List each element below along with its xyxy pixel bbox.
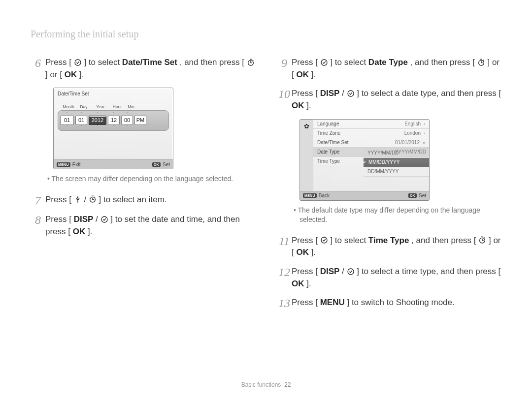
txt: ] or [ [45,70,62,79]
txt: , and then press [ [411,236,476,245]
step-6: 6 Press [ ] to select Date/Time Set , an… [31,57,257,81]
step-text: Press [ ] to select Time Type , and then… [292,235,503,259]
txt: ]. [311,247,316,257]
footer-left: Exit [72,162,81,167]
ok-icon: OK [292,279,304,288]
chevron-down-icon[interactable]: ˅ [108,125,120,128]
label-day: Day [77,104,90,109]
txt: ]. [306,101,311,110]
row-language[interactable]: Language English › [313,120,429,129]
chevron-right-icon: › [424,120,429,128]
spinner-row: ˄ 01 ˅ ˄ 01 ˅ ˄ 2012 ˅ ˄ [58,110,169,131]
chevron-up-icon[interactable]: ˄ [108,112,120,116]
spinner-year[interactable]: ˄ 2012 ˅ [89,112,106,128]
ok-icon: OK [73,227,86,236]
note-default-datetype: The default date type may differ dependi… [299,206,503,225]
spinner-month[interactable]: ˄ 01 ˅ [60,112,74,128]
option-mmddyyyy[interactable]: MM/DD/YYYY [364,158,429,167]
footer-left: Back [319,193,330,198]
chevron-up-icon[interactable]: ˄ [89,112,106,116]
chevron-down-icon[interactable]: ˅ [75,125,87,128]
txt: ] to switch to Shooting mode. [347,298,454,307]
txt: ] to select [330,58,368,67]
row-value: 01/01/2012 [395,138,423,147]
txt: , and then press [ [180,58,244,67]
disp-icon: DISP [320,89,340,98]
chevron-up-icon[interactable]: ˄ [60,112,74,116]
ok-tag-icon: OK [152,162,161,167]
chevron-up-icon[interactable]: ˄ [121,112,133,116]
txt: Press [ [45,58,71,67]
txt: ] to select an item. [99,195,167,204]
step-number: 13 [277,297,292,309]
txt: Press [ [292,236,318,245]
chevron-down-icon[interactable]: ˅ [121,125,133,128]
page-footer: Basic functions 22 [0,381,532,388]
gear-icon: ✿ [304,123,309,200]
step-text: Press [ DISP / ] to select a time type, … [292,266,503,290]
disp-icon: DISP [74,215,94,224]
chevron-down-icon[interactable]: ˅ [60,125,74,128]
value: 01 [75,116,87,125]
ok-icon: OK [65,70,77,79]
step-10: 10 Press [ DISP / ] to select a date typ… [277,88,503,112]
ok-tag-icon: OK [408,193,417,198]
step-number: 7 [31,194,45,207]
spinner-day[interactable]: ˄ 01 ˅ [75,112,87,128]
txt: Press [ [292,89,318,98]
step-11: 11 Press [ ] to select Time Type , and t… [277,235,503,259]
txt: ] to select a time type, and then press … [357,267,500,276]
step-number: 11 [277,235,292,259]
lcd-footer: MENU Exit OK Set [54,159,173,169]
value: 2012 [89,116,106,125]
step-8: 8 Press [ DISP / ] to set the date and t… [31,214,257,238]
value: PM [134,116,146,125]
step-number: 12 [277,266,292,290]
txt: Press [ [45,195,71,204]
chevron-up-icon[interactable]: ˄ [75,112,87,116]
footer-page: 22 [284,381,291,388]
label-hour: Hour [111,104,124,109]
note-screen-differ: The screen may differ depending on the l… [53,174,257,184]
slash: / [342,89,346,98]
option-yyyymmdd[interactable]: YYYY/MM/DD [364,148,429,158]
step-12: 12 Press [ DISP / ] to select a time typ… [277,266,503,290]
footer-right: Set [163,162,170,167]
step-number: 8 [31,214,45,238]
row-value: London [404,129,424,138]
spinner-min[interactable]: ˄ 00 ˅ [121,112,133,128]
row-datetime[interactable]: Date/Time Set 01/01/2012 » [313,138,429,148]
menu-tag-icon: MENU [57,162,70,167]
value: 00 [121,116,133,125]
lcd-footer: MENU Back OK Set [300,191,429,200]
datetype-dropdown: YYYY/MM/DD MM/DD/YYYY DD/MM/YYYY [364,148,429,177]
page-title: Performing the initial setup [31,29,504,40]
lcd-settings-menu: ✿ Language English › Time Zone London › … [299,119,430,201]
row-label: Language [317,120,404,128]
option-ddmmyyyy[interactable]: DD/MM/YYYY [364,167,429,177]
footer-section: Basic functions [241,381,281,388]
chevron-down-icon[interactable]: ˅ [89,125,106,128]
txt: ]. [79,70,84,79]
txt: ] to select [84,58,122,67]
label-month: Month [61,104,76,109]
timer-icon [477,59,485,66]
txt: ]. [306,279,311,288]
row-timezone[interactable]: Time Zone London › [313,129,429,138]
spinner-hour[interactable]: ˄ 12 ˅ [108,112,120,128]
row-value: English [404,120,424,128]
footer-right: Set [419,193,426,198]
row-label: Date/Time Set [317,138,395,147]
spinner-ampm[interactable]: ˄ PM ˅ [134,112,146,128]
ok-icon: OK [292,101,304,110]
right-column: 9 Press [ ] to select Date Type , and th… [277,57,503,317]
lcd-title: Date/Time Set [54,88,173,97]
ringcheck-icon [320,236,328,244]
menu-tag-icon: MENU [303,193,317,198]
txt: Press [ [292,58,318,67]
timer-icon [478,236,486,244]
value: 01 [60,116,74,125]
ringcheck-icon [320,59,328,66]
chevron-right-icon: › [424,129,429,138]
bold-label: Time Type [368,236,409,245]
